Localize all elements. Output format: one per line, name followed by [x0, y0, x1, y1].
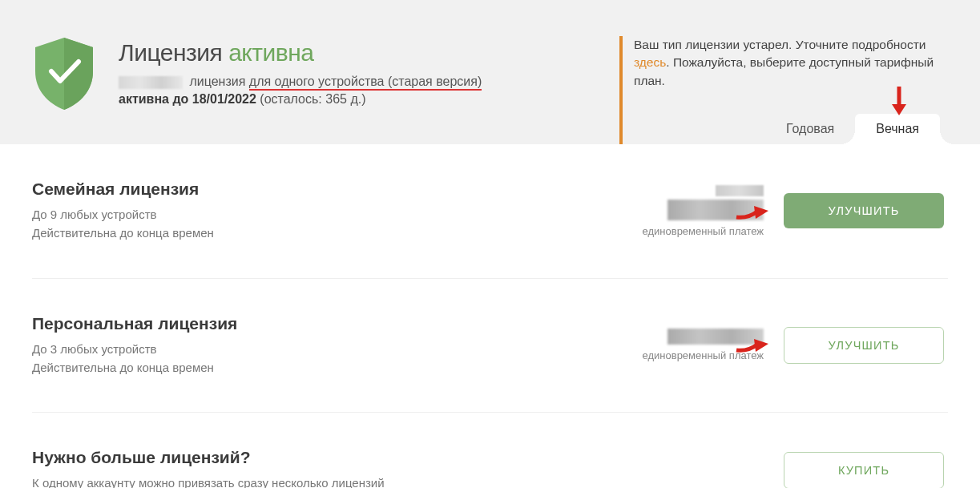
plan-duration: Действительна до конца времен: [32, 224, 587, 242]
plan-title: Нужно больше лицензий?: [32, 448, 587, 467]
plan-price: единовременный платеж: [587, 329, 780, 361]
shield-check-icon: [32, 36, 96, 111]
license-expiry-line: активна до 18/01/2022 (осталось: 365 д.): [119, 92, 605, 107]
license-type-text: лицензия: [186, 75, 249, 88]
plan-info: Семейная лицензия До 9 любых устройств Д…: [32, 179, 587, 243]
license-title-prefix: Лицензия: [119, 39, 228, 66]
plan-row-more-licenses: Нужно больше лицензий? К одному аккаунту…: [32, 413, 948, 488]
plans-list: Семейная лицензия До 9 любых устройств Д…: [0, 144, 980, 488]
price-note: единовременный платеж: [587, 225, 764, 237]
plan-action: УЛУЧШИТЬ: [780, 327, 948, 364]
redacted-old-price: [716, 185, 764, 196]
license-days-left: (осталось: 365 д.): [256, 92, 366, 106]
plan-title: Семейная лицензия: [32, 179, 587, 199]
license-expiry-date: активна до 18/01/2022: [119, 92, 256, 106]
plan-description: К одному аккаунту можно привязать сразу …: [32, 474, 587, 488]
plan-devices: До 9 любых устройств: [32, 205, 587, 224]
license-type-line: лицензия для одного устройства (старая в…: [119, 75, 482, 89]
plan-duration: Действительна до конца времен: [32, 358, 587, 377]
plan-action: УЛУЧШИТЬ: [780, 193, 948, 228]
license-info: Лицензия активна лицензия для одного уст…: [119, 36, 605, 144]
license-type-underlined: для одного устройства (старая версия): [249, 75, 482, 91]
notice-text-2: . Пожалуйста, выберите доступный тарифны…: [634, 55, 934, 87]
plan-title: Персональная лицензия: [32, 314, 587, 333]
plan-info: Персональная лицензия До 3 любых устройс…: [32, 314, 587, 377]
notice-link[interactable]: здесь: [634, 55, 666, 69]
plan-row-family: Семейная лицензия До 9 любых устройств Д…: [32, 144, 948, 279]
plan-tabs: Годовая Вечная: [765, 114, 940, 144]
plan-info: Нужно больше лицензий? К одному аккаунту…: [32, 448, 587, 488]
plan-action: КУПИТЬ: [780, 452, 948, 488]
notice-text-1: Ваш тип лицензии устарел. Уточните подро…: [634, 38, 926, 51]
license-header: Лицензия активна лицензия для одного уст…: [0, 0, 980, 144]
redacted-price: [667, 200, 764, 220]
redacted-license-key: [119, 76, 183, 89]
upgrade-button-personal[interactable]: УЛУЧШИТЬ: [784, 327, 944, 364]
redacted-price: [667, 329, 764, 345]
license-status: активна: [228, 39, 313, 66]
plan-row-personal: Персональная лицензия До 3 любых устройс…: [32, 279, 948, 413]
upgrade-button-family[interactable]: УЛУЧШИТЬ: [784, 193, 944, 228]
plan-devices: До 3 любых устройств: [32, 340, 587, 358]
tab-lifetime[interactable]: Вечная: [855, 114, 940, 144]
buy-button[interactable]: КУПИТЬ: [784, 452, 944, 488]
license-title: Лицензия активна: [119, 39, 605, 67]
shield-wrap: [32, 36, 96, 144]
price-note: единовременный платеж: [587, 349, 764, 361]
plan-price: единовременный платеж: [587, 185, 780, 237]
